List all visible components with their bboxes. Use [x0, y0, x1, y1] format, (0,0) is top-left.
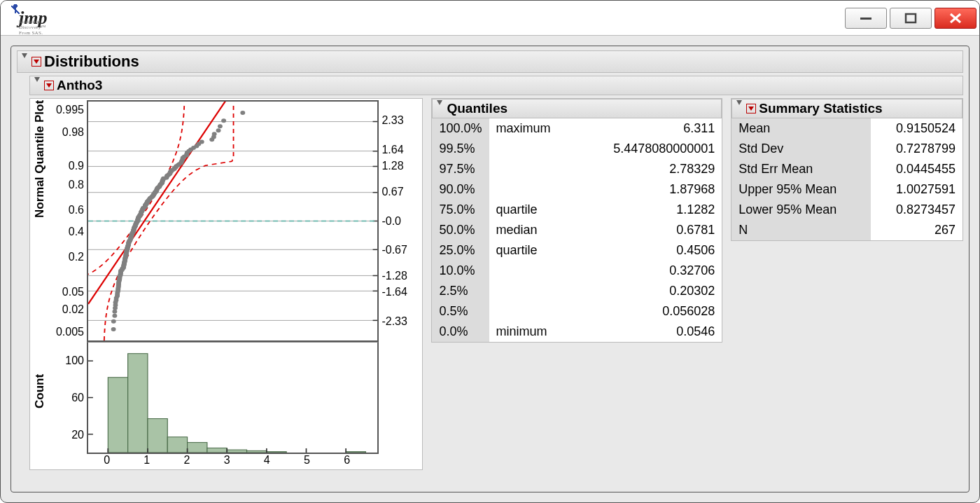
table-row: 99.5%5.4478080000001: [432, 139, 722, 159]
svg-rect-298: [188, 443, 207, 453]
hist-svg: [88, 343, 377, 453]
table-row: 25.0%quartile0.4506: [432, 240, 722, 261]
table-row: 50.0%median0.6781: [432, 220, 722, 240]
stat-label: Lower 95% Mean: [732, 200, 871, 220]
quantile-pct: 2.5%: [432, 281, 489, 301]
quantile-label: quartile: [489, 200, 576, 220]
table-row: Std Dev0.7278799: [732, 139, 962, 159]
quantile-pct: 10.0%: [432, 261, 489, 281]
summary-panel: Summary Statistics Mean0.9150524Std Dev0…: [731, 98, 963, 241]
qq-y-axis-title: Normal Quantile Plot: [31, 100, 48, 342]
quantile-pct: 0.0%: [432, 322, 489, 342]
table-row: 2.5%0.20302: [432, 281, 722, 301]
table-row: 100.0%maximum6.311: [432, 118, 722, 139]
table-row: 97.5%2.78329: [432, 159, 722, 179]
app-window: jmp Statistical Discovery™ From SAS. D: [0, 0, 980, 503]
table-row: 75.0%quartile1.1282: [432, 200, 722, 220]
table-row: N267: [732, 220, 962, 240]
table-row: Upper 95% Mean1.0027591: [732, 179, 962, 200]
qq-plot-area[interactable]: [87, 100, 379, 342]
distributions-title: Distributions: [44, 53, 139, 71]
svg-rect-300: [227, 450, 246, 453]
svg-point-282: [200, 140, 204, 144]
svg-rect-296: [148, 419, 167, 453]
hotspot-icon[interactable]: [31, 57, 41, 67]
quantile-value: 0.0546: [575, 322, 722, 342]
summary-header[interactable]: Summary Statistics: [732, 99, 962, 118]
quantile-label: [489, 301, 576, 322]
disclosure-icon[interactable]: [34, 82, 41, 89]
quantile-value: 0.4506: [575, 240, 722, 261]
quantile-label: median: [489, 220, 576, 240]
stat-label: Std Err Mean: [732, 159, 871, 179]
distributions-header[interactable]: Distributions: [17, 50, 963, 73]
hotspot-icon[interactable]: [746, 104, 756, 113]
quantile-label: [489, 179, 576, 200]
hist-left-axis-ticks: 2060100: [48, 342, 87, 454]
quantile-value: 6.311: [575, 118, 722, 139]
quantile-value: 1.1282: [575, 200, 722, 220]
svg-rect-0: [860, 18, 872, 20]
quantile-pct: 0.5%: [432, 301, 489, 322]
minimize-icon: [859, 13, 873, 23]
report-area: Distributions Antho3 Normal Quantile Plo…: [10, 46, 969, 492]
table-row: 10.0%0.32706: [432, 261, 722, 281]
summary-title: Summary Statistics: [759, 101, 882, 116]
stat-value: 0.0445455: [871, 159, 962, 179]
svg-point-26: [111, 319, 116, 324]
table-row: Lower 95% Mean0.8273457: [732, 200, 962, 220]
variable-header[interactable]: Antho3: [29, 76, 963, 95]
quantile-label: [489, 261, 576, 281]
quantiles-table: 100.0%maximum6.31199.5%5.447808000000197…: [432, 118, 722, 342]
maximize-icon: [904, 13, 918, 24]
svg-point-288: [221, 118, 226, 123]
stat-label: Std Dev: [732, 139, 871, 159]
histogram[interactable]: 2060100: [48, 342, 421, 454]
stat-label: N: [732, 220, 871, 240]
summary-table: Mean0.9150524Std Dev0.7278799Std Err Mea…: [732, 118, 962, 240]
quantile-label: [489, 139, 576, 159]
quantile-pct: 75.0%: [432, 200, 489, 220]
stat-value: 0.8273457: [871, 200, 962, 220]
svg-point-285: [212, 132, 217, 136]
close-button[interactable]: [934, 8, 976, 29]
disclosure-icon[interactable]: [437, 105, 444, 112]
svg-rect-299: [207, 448, 227, 453]
minimize-button[interactable]: [845, 8, 887, 29]
svg-rect-1: [906, 14, 916, 22]
normal-quantile-plot[interactable]: 0.0050.020.050.20.40.60.80.90.980.995 -2…: [48, 100, 421, 342]
svg-point-289: [240, 111, 245, 115]
quantiles-panel: Quantiles 100.0%maximum6.31199.5%5.44780…: [431, 98, 722, 343]
hist-y-axis-title: Count: [31, 342, 48, 440]
quantile-pct: 50.0%: [432, 220, 489, 240]
svg-point-286: [216, 128, 221, 132]
table-row: 0.0%minimum0.0546: [432, 322, 722, 342]
disclosure-icon[interactable]: [22, 58, 29, 65]
quantile-value: 0.20302: [575, 281, 722, 301]
quantile-value: 5.4478080000001: [575, 139, 722, 159]
quantile-pct: 99.5%: [432, 139, 489, 159]
quantiles-header[interactable]: Quantiles: [432, 99, 722, 118]
qq-right-axis-ticks: -2.33-1.64-1.28-0.67-0.00.671.281.642.33: [379, 100, 421, 342]
maximize-button[interactable]: [890, 8, 932, 29]
hist-plot-area[interactable]: [87, 342, 379, 454]
close-icon: [948, 13, 963, 24]
stat-value: 1.0027591: [871, 179, 962, 200]
quantile-label: minimum: [489, 322, 576, 342]
svg-point-27: [112, 314, 117, 318]
svg-rect-303: [346, 452, 365, 453]
quantile-label: [489, 159, 576, 179]
disclosure-icon[interactable]: [736, 105, 743, 112]
svg-point-25: [111, 327, 116, 331]
variable-title: Antho3: [57, 78, 102, 93]
hotspot-icon[interactable]: [44, 81, 54, 90]
stat-value: 0.9150524: [871, 118, 962, 139]
jmp-logo: jmp Statistical Discovery™ From SAS.: [9, 8, 47, 29]
qq-left-axis-ticks: 0.0050.020.050.20.40.60.80.90.980.995: [48, 100, 87, 342]
stat-value: 267: [871, 220, 962, 240]
table-row: Std Err Mean0.0445455: [732, 159, 962, 179]
quantile-value: 0.056028: [575, 301, 722, 322]
quantile-label: quartile: [489, 240, 576, 261]
svg-rect-295: [128, 354, 148, 453]
quantile-value: 1.87968: [575, 179, 722, 200]
